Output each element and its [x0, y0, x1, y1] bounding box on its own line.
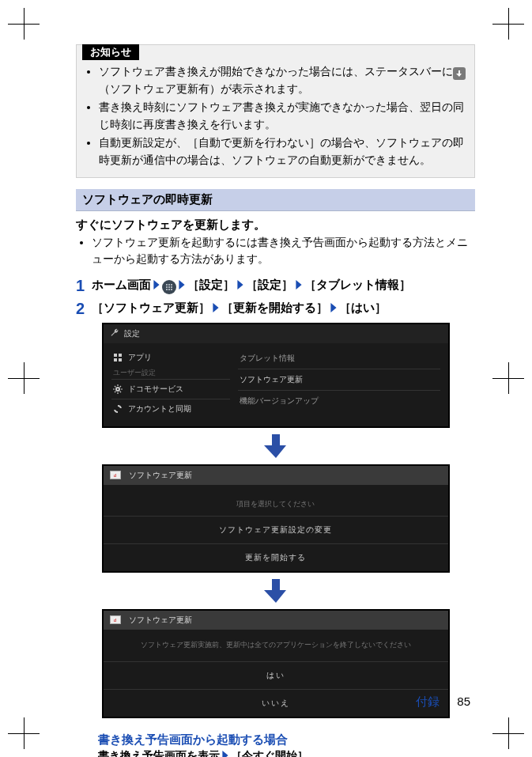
step-2: 2 ［ソフトウェア更新］［更新を開始する］［はい］: [76, 301, 475, 316]
segment: 書き換え予告画面を表示: [98, 749, 220, 757]
apps-launcher-icon: [162, 280, 176, 294]
arrow-down-icon: [262, 577, 289, 604]
docomo-icon: d: [110, 471, 121, 479]
chevron-right-icon: [152, 279, 161, 292]
step-number: 1: [76, 278, 87, 293]
apps-icon: [113, 352, 123, 362]
svg-point-5: [171, 286, 172, 288]
svg-rect-11: [114, 358, 117, 361]
segment: ［タブレット情報］: [304, 278, 411, 291]
notice-tag: お知らせ: [82, 44, 139, 60]
step-1: 1 ホーム画面［設定］［設定］［タブレット情報］: [76, 278, 475, 294]
crop-mark: [8, 717, 40, 749]
footer-section: 付録: [416, 695, 440, 708]
svg-point-4: [168, 286, 170, 288]
sync-icon: [113, 403, 123, 414]
segment: ［ソフトウェア更新］: [92, 301, 210, 314]
segment: ［更新を開始する］: [221, 301, 328, 314]
svg-rect-9: [114, 354, 117, 357]
label: アプリ: [128, 352, 152, 363]
screenshot-title: 設定: [124, 328, 140, 339]
svg-point-7: [168, 289, 170, 290]
dialog-message: ソフトウェア更新実施前、更新中は全てのアプリケーションを終了しないでください: [104, 630, 448, 661]
dialog-header: d ソフトウェア更新: [104, 611, 448, 630]
notice-item: ソフトウェア書き換えが開始できなかった場合には、ステータスバーに（ソフトウェア更…: [99, 63, 468, 97]
chevron-right-icon: [221, 750, 230, 757]
subsection-heading: 書き換え予告画面から起動する場合: [98, 732, 475, 748]
svg-rect-10: [119, 354, 122, 357]
crop-mark: [492, 8, 524, 40]
settings-right-col: タブレット情報 ソフトウェア更新 機能バージョンアップ: [238, 348, 440, 418]
dialog-header: d ソフトウェア更新: [104, 466, 448, 485]
settings-detail-row[interactable]: タブレット情報: [238, 348, 440, 369]
segment: ［設定］: [187, 278, 235, 291]
svg-point-0: [166, 284, 168, 286]
crop-mark: [492, 717, 524, 749]
gear-icon: [113, 384, 123, 394]
screenshot-update-menu: d ソフトウェア更新 項目を選択してください ソフトウェア更新設定の変更 更新を…: [102, 464, 450, 573]
chevron-right-icon: [177, 279, 187, 292]
settings-row-docomo[interactable]: ドコモサービス: [111, 379, 230, 399]
lead-bullet: ソフトウェア更新を起動するには書き換え予告画面から起動する方法とメニューから起動…: [92, 234, 475, 268]
settings-row-apps[interactable]: アプリ: [111, 348, 230, 367]
dialog-title: ソフトウェア更新: [129, 615, 192, 626]
screenshot-settings: 設定 アプリ ユーザー設定 ドコモサービス アカウントと同期: [102, 323, 450, 428]
download-status-icon: [453, 67, 466, 80]
crop-mark: [8, 8, 40, 40]
step-number: 2: [76, 301, 87, 316]
screenshot-confirm-dialog: d ソフトウェア更新 ソフトウェア更新実施前、更新中は全てのアプリケーションを終…: [102, 609, 450, 718]
no-button[interactable]: いいえ: [104, 689, 448, 717]
settings-group-label: ユーザー設定: [113, 369, 230, 378]
svg-point-6: [166, 289, 168, 290]
screenshot-titlebar: 設定: [104, 324, 448, 343]
notice-list: ソフトウェア書き換えが開始できなかった場合には、ステータスバーに（ソフトウェア更…: [83, 63, 468, 169]
label: ドコモサービス: [128, 384, 183, 395]
step-text: ［ソフトウェア更新］［更新を開始する］［はい］: [92, 301, 387, 316]
svg-point-13: [116, 388, 119, 391]
svg-point-2: [171, 284, 172, 286]
svg-point-1: [168, 284, 170, 286]
svg-point-3: [166, 286, 168, 288]
segment: ［今すぐ開始］: [231, 749, 308, 757]
subsection-line: 書き換え予告画面を表示［今すぐ開始］: [98, 749, 475, 757]
svg-point-8: [171, 289, 172, 290]
dialog-message: 項目を選択してください: [104, 493, 448, 516]
crop-mark: [492, 362, 524, 394]
yes-button[interactable]: はい: [104, 661, 448, 689]
arrow-down-icon: [262, 433, 289, 460]
step-text: ホーム画面［設定］［設定］［タブレット情報］: [92, 278, 411, 294]
settings-detail-row[interactable]: 機能バージョンアップ: [238, 390, 440, 411]
segment: ホーム画面: [92, 278, 151, 291]
screenshots-block: 設定 アプリ ユーザー設定 ドコモサービス アカウントと同期: [76, 323, 475, 718]
notice-box: お知らせ ソフトウェア書き換えが開始できなかった場合には、ステータスバーに（ソフ…: [76, 44, 475, 178]
chevron-right-icon: [294, 279, 304, 292]
notice-item: 自動更新設定が、［自動で更新を行わない］の場合や、ソフトウェアの即時更新が通信中…: [99, 134, 468, 168]
settings-row-account[interactable]: アカウントと同期: [111, 399, 230, 418]
option-change-settings[interactable]: ソフトウェア更新設定の変更: [104, 516, 448, 543]
lead-bullet-list: ソフトウェア更新を起動するには書き換え予告画面から起動する方法とメニューから起動…: [76, 234, 475, 268]
page-footer: 付録 85: [416, 695, 470, 710]
docomo-icon: d: [110, 615, 121, 624]
chevron-right-icon: [211, 302, 221, 315]
svg-rect-12: [119, 358, 122, 361]
notice-item: 書き換え時刻にソフトウェア書き換えが実施できなかった場合、翌日の同じ時刻に再度書…: [99, 99, 468, 133]
chevron-right-icon: [329, 302, 338, 315]
segment: ［設定］: [246, 278, 293, 291]
segment: ［はい］: [339, 301, 387, 314]
dialog-title: ソフトウェア更新: [129, 470, 192, 481]
page-number: 85: [457, 695, 470, 708]
settings-detail-row[interactable]: ソフトウェア更新: [238, 369, 440, 390]
settings-left-col: アプリ ユーザー設定 ドコモサービス アカウントと同期: [111, 348, 230, 418]
chevron-right-icon: [236, 279, 245, 292]
wrench-icon: [110, 328, 119, 339]
label: アカウントと同期: [128, 403, 191, 414]
crop-mark: [8, 362, 40, 394]
option-start-update[interactable]: 更新を開始する: [104, 543, 448, 571]
section-heading: ソフトウェアの即時更新: [76, 189, 475, 211]
lead-text: すぐにソフトウェアを更新します。: [76, 218, 475, 233]
